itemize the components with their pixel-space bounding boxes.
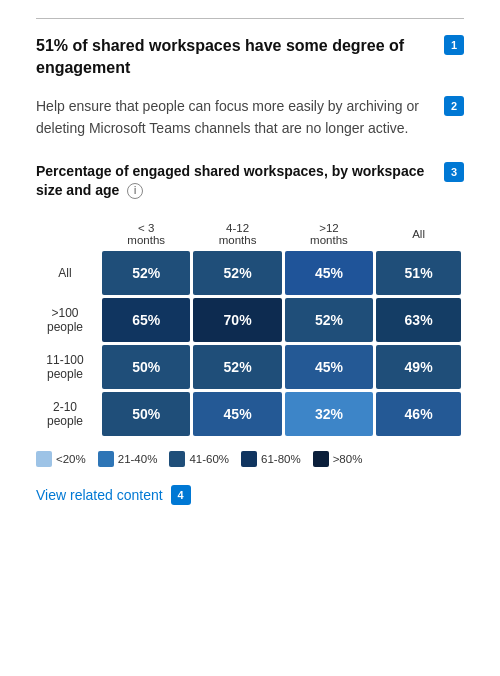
legend-swatch-gt80 xyxy=(313,451,329,467)
description-section: Help ensure that people can focus more e… xyxy=(36,96,464,139)
cell-11-100-3: 45% xyxy=(285,345,373,389)
legend-swatch-lt20 xyxy=(36,451,52,467)
cell-100plus-2: 70% xyxy=(193,298,281,342)
description-text: Help ensure that people can focus more e… xyxy=(36,96,464,139)
cell-100plus-1: 65% xyxy=(102,298,190,342)
legend-item-lt20: <20% xyxy=(36,451,86,467)
table-row: >100people 65% 70% 52% 63% xyxy=(39,298,461,342)
legend-label-61-80: 61-80% xyxy=(261,453,301,465)
heading-badge: 1 xyxy=(444,35,464,55)
row-label-100plus: >100people xyxy=(39,298,99,342)
cell-2-10-1: 50% xyxy=(102,392,190,436)
cell-100plus-4: 63% xyxy=(376,298,461,342)
col-header-3: >12months xyxy=(285,218,373,248)
legend-label-lt20: <20% xyxy=(56,453,86,465)
col-header-4: All xyxy=(376,218,461,248)
table-row: 11-100people 50% 52% 45% 49% xyxy=(39,345,461,389)
cell-all-3: 45% xyxy=(285,251,373,295)
legend-swatch-41-60 xyxy=(169,451,185,467)
legend-label-gt80: >80% xyxy=(333,453,363,465)
cell-100plus-3: 52% xyxy=(285,298,373,342)
legend-item-41-60: 41-60% xyxy=(169,451,229,467)
heading-section: 51% of shared workspaces have some degre… xyxy=(36,35,464,78)
data-table: < 3months 4-12months >12months All A xyxy=(36,215,464,439)
cell-2-10-4: 46% xyxy=(376,392,461,436)
table-row: All 52% 52% 45% 51% xyxy=(39,251,461,295)
legend-label-41-60: 41-60% xyxy=(189,453,229,465)
empty-corner xyxy=(39,218,99,248)
related-badge: 4 xyxy=(171,485,191,505)
cell-11-100-4: 49% xyxy=(376,345,461,389)
top-divider xyxy=(36,18,464,19)
chart-legend: <20% 21-40% 41-60% 61-80% >80% xyxy=(36,451,464,467)
cell-all-2: 52% xyxy=(193,251,281,295)
legend-item-gt80: >80% xyxy=(313,451,363,467)
row-label-2-10: 2-10people xyxy=(39,392,99,436)
description-badge: 2 xyxy=(444,96,464,116)
page-container: 51% of shared workspaces have some degre… xyxy=(0,0,500,523)
cell-2-10-2: 45% xyxy=(193,392,281,436)
related-section: View related content 4 xyxy=(36,485,464,505)
chart-section: 3 Percentage of engaged shared workspace… xyxy=(36,162,464,467)
cell-11-100-1: 50% xyxy=(102,345,190,389)
legend-swatch-61-80 xyxy=(241,451,257,467)
info-icon[interactable]: i xyxy=(127,183,143,199)
row-label-all: All xyxy=(39,251,99,295)
cell-all-1: 52% xyxy=(102,251,190,295)
col-header-1: < 3months xyxy=(102,218,190,248)
legend-swatch-21-40 xyxy=(98,451,114,467)
chart-badge: 3 xyxy=(444,162,464,182)
cell-all-4: 51% xyxy=(376,251,461,295)
col-header-2: 4-12months xyxy=(193,218,281,248)
legend-label-21-40: 21-40% xyxy=(118,453,158,465)
view-related-link[interactable]: View related content xyxy=(36,487,163,503)
cell-2-10-3: 32% xyxy=(285,392,373,436)
main-heading: 51% of shared workspaces have some degre… xyxy=(36,35,464,78)
table-row: 2-10people 50% 45% 32% 46% xyxy=(39,392,461,436)
row-label-11-100: 11-100people xyxy=(39,345,99,389)
legend-item-21-40: 21-40% xyxy=(98,451,158,467)
cell-11-100-2: 52% xyxy=(193,345,281,389)
chart-title: Percentage of engaged shared workspaces,… xyxy=(36,162,464,201)
legend-item-61-80: 61-80% xyxy=(241,451,301,467)
